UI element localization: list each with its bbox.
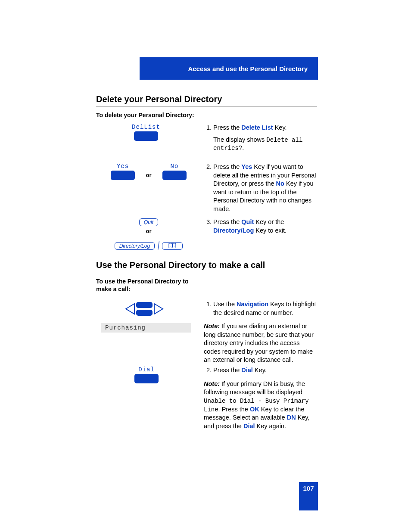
yes-label: Yes (108, 163, 138, 170)
section2-step2-block: Press the Dial Key. Note: If your primar… (204, 366, 318, 431)
section-heading-delete: Delete your Personal Directory (96, 94, 317, 106)
navigation-keys-icon (125, 300, 164, 317)
svg-rect-1 (136, 310, 153, 316)
display-entry: Purchasing (101, 323, 191, 333)
section2-step1-block: Use the Navigation Keys to highlight the… (204, 300, 318, 364)
book-pill (162, 242, 183, 250)
no-label: No (159, 163, 190, 170)
or-text-2: or (101, 228, 196, 234)
section1-step2: Press the Yes Key if you want to delete … (204, 163, 318, 218)
yes-button-icon (111, 171, 135, 180)
s1-step3: Press the Quit Key or the Directory/Log … (213, 218, 318, 235)
quit-dirlog-group: Quit or Directory/Log / (101, 218, 196, 251)
yes-no-key-group: Yes or No (108, 163, 190, 180)
s2-step1: Use the Navigation Keys to highlight the… (213, 300, 318, 317)
section1-step3: Press the Quit Key or the Directory/Log … (204, 218, 318, 240)
or-text-1: or (146, 172, 152, 178)
note2-label: Note: (204, 380, 220, 387)
section-heading-makecall: Use the Personal Directory to make a cal… (96, 260, 317, 272)
dellist-button-icon (134, 131, 158, 141)
header-bar: Access and use the Personal Directory (140, 57, 318, 80)
section1-sub: To delete your Personal Directory: (96, 111, 194, 119)
note1-body: If you are dialing an external or long d… (204, 323, 314, 363)
dellist-label: DelList (122, 124, 170, 131)
note1-label: Note: (204, 323, 220, 330)
quit-pill: Quit (139, 218, 158, 226)
section1-steps: Press the Delete List Key. The display s… (204, 124, 318, 158)
section2-sub: To use the Personal Directory to make a … (96, 277, 195, 293)
s1-step2: Press the Yes Key if you want to delete … (213, 163, 318, 213)
dial-label: Dial (129, 366, 164, 373)
book-icon (168, 243, 176, 248)
dial-key-group: Dial (129, 366, 164, 383)
no-button-icon (162, 171, 187, 180)
s2-step2: Press the Dial Key. (213, 366, 318, 375)
dirlog-pill: Directory/Log (115, 242, 155, 250)
s1-step1: Press the Delete List Key. The display s… (213, 124, 318, 152)
dellist-key-group: DelList (122, 124, 170, 141)
svg-rect-0 (136, 302, 153, 308)
dial-button-icon (134, 374, 159, 383)
page-number: 107 (299, 482, 318, 510)
header-title: Access and use the Personal Directory (188, 65, 308, 72)
slash-icon: / (158, 239, 159, 253)
